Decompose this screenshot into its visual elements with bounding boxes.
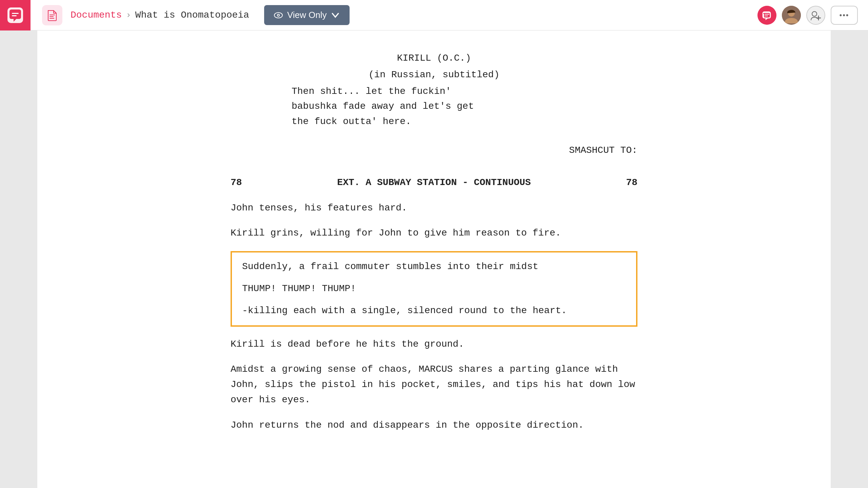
screenplay-content: KIRILL (O.C.) (in Russian, subtitled) Th… — [231, 51, 637, 433]
svg-rect-11 — [765, 16, 768, 16]
scene-heading-text: EXT. A SUBWAY STATION - CONTINUOUS — [337, 175, 531, 190]
transition: SMASHCUT TO: — [231, 143, 637, 158]
breadcrumb-documents[interactable]: Documents — [71, 10, 122, 20]
highlighted-block: Suddenly, a frail commuter stumbles into… — [231, 251, 637, 326]
left-sidebar — [0, 30, 37, 488]
view-only-label: View Only — [287, 10, 327, 20]
avatar-icon-chat[interactable] — [757, 6, 776, 25]
svg-point-14 — [812, 12, 817, 16]
svg-rect-5 — [50, 18, 54, 19]
svg-rect-1 — [12, 13, 19, 14]
main-area: KIRILL (O.C.) (in Russian, subtitled) Th… — [0, 30, 868, 488]
character-name: KIRILL (O.C.) — [231, 51, 637, 66]
dialogue-line-3: the fuck outta' here. — [292, 114, 576, 129]
svg-point-8 — [278, 15, 279, 16]
scene-number-right: 78 — [626, 175, 637, 190]
svg-rect-2 — [12, 15, 17, 16]
highlighted-line-2: THUMP! THUMP! THUMP! — [242, 281, 626, 297]
topbar: Documents › What is Onomatopoeia View On… — [0, 0, 868, 30]
avatar-photo — [782, 6, 801, 25]
highlighted-line-1: Suddenly, a frail commuter stumbles into… — [242, 259, 626, 274]
action-2: Kirill grins, willing for John to give h… — [231, 226, 637, 241]
eye-icon — [274, 11, 283, 20]
more-button[interactable]: ••• — [831, 6, 858, 25]
doc-icon — [42, 5, 62, 25]
content-area: KIRILL (O.C.) (in Russian, subtitled) Th… — [37, 30, 831, 488]
breadcrumb: Documents › What is Onomatopoeia — [71, 10, 249, 20]
dialogue: Then shit... let the fuckin' babushka fa… — [292, 84, 576, 129]
chevron-down-icon — [331, 11, 340, 20]
scene-number-left: 78 — [231, 175, 242, 190]
action-4: Amidst a growing sense of chaos, MARCUS … — [231, 362, 637, 407]
view-only-button[interactable]: View Only — [264, 5, 350, 25]
svg-rect-4 — [50, 16, 54, 17]
action-1: John tenses, his features hard. — [231, 201, 637, 216]
svg-rect-10 — [765, 14, 769, 15]
right-sidebar — [831, 30, 868, 488]
app-logo — [0, 0, 31, 30]
svg-rect-3 — [50, 15, 55, 15]
action-3: Kirill is dead before he hits the ground… — [231, 337, 637, 352]
highlighted-line-3: -killing each with a single, silenced ro… — [242, 303, 626, 319]
avatar-add-people[interactable] — [806, 6, 825, 25]
breadcrumb-current: What is Onomatopoeia — [135, 10, 249, 20]
action-5: John returns the nod and disappears in t… — [231, 418, 637, 433]
parenthetical: (in Russian, subtitled) — [231, 67, 637, 83]
scene-heading: 78 EXT. A SUBWAY STATION - CONTINUOUS 78 — [231, 175, 637, 190]
topbar-right: ••• — [757, 6, 858, 25]
dialogue-line-1: Then shit... let the fuckin' — [292, 84, 576, 99]
dialogue-line-2: babushka fade away and let's get — [292, 99, 576, 114]
breadcrumb-arrow: › — [126, 10, 131, 20]
